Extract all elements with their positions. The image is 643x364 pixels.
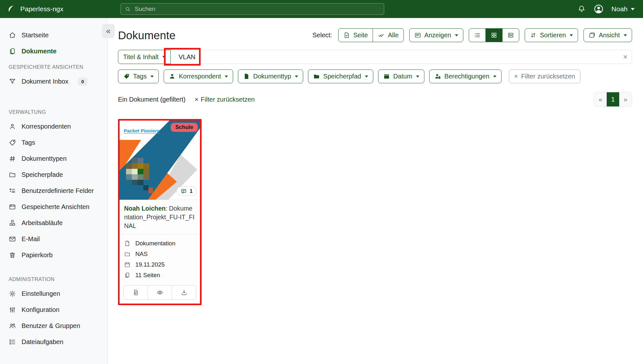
sidebar-item-label: Korrespondenten [22, 123, 71, 130]
clear-query-icon[interactable]: × [623, 53, 628, 61]
correspondent-filter-button[interactable]: Korrespondent [164, 69, 233, 83]
gear-icon [9, 290, 16, 297]
document-card[interactable]: Packet Pioniere Schule 1 Noah Loichen: D… [120, 121, 200, 300]
folder-icon [9, 171, 16, 178]
reset-filters-button[interactable]: × Filter zurücksetzen [509, 69, 580, 83]
download-document-button[interactable] [172, 286, 196, 299]
meta-page-count[interactable]: 11 Seiten [124, 270, 195, 281]
sidebar-item-arbeitsablaeufe[interactable]: Arbeitsabläufe [0, 215, 107, 231]
funnel-icon [9, 78, 16, 85]
sidebar-item-gespeicherte-ansichten[interactable]: Gespeicherte Ansichten [0, 199, 107, 215]
list-view-button[interactable] [469, 28, 486, 42]
select-button-group: Seite Alle [338, 28, 404, 42]
page-count-icon [124, 272, 131, 278]
person-icon [9, 123, 16, 130]
sidebar-item-korrespondenten[interactable]: Korrespondenten [0, 118, 107, 134]
app-title: Paperless-ngx [20, 5, 63, 13]
sidebar-item-label: Konfiguration [22, 306, 59, 314]
document-correspondent[interactable]: Noah Loichen [124, 205, 166, 212]
sidebar-item-papierkorb[interactable]: Papierkorb [0, 247, 107, 263]
meta-created-date[interactable]: 19.11.2025 [124, 259, 195, 270]
document-type-filter-button[interactable]: Dokumenttyp [238, 69, 303, 83]
comment-count-pill[interactable]: 1 [177, 187, 197, 196]
document-thumbnail[interactable]: Packet Pioniere Schule 1 [120, 121, 200, 200]
document-card-actions [123, 285, 196, 300]
user-menu[interactable]: Noah [611, 5, 635, 13]
sidebar-item-dokument-inbox[interactable]: Dokument Inbox 0 [0, 73, 107, 89]
check-all-icon [378, 32, 385, 39]
pagination-prev-button[interactable]: « [594, 92, 607, 106]
grid-view-button[interactable] [485, 28, 503, 42]
sidebar-item-label: Benutzerdefinierte Felder [22, 187, 94, 195]
sidebar-item-speicherpfade[interactable]: Speicherpfade [0, 167, 107, 183]
people-icon [9, 322, 16, 330]
sort-button[interactable]: Sortieren [525, 28, 578, 42]
select-all-button[interactable]: Alle [373, 28, 403, 42]
permissions-filter-button[interactable]: Berechtigungen [429, 69, 502, 83]
view-toggle-group [469, 28, 519, 42]
sidebar-item-label: Papierkorb [22, 251, 53, 259]
sidebar-item-email[interactable]: E-Mail [0, 231, 107, 247]
display-fields-button[interactable]: Anzeigen [409, 28, 463, 42]
reset-filters-link[interactable]: × Filter zurücksetzen [195, 96, 255, 103]
title-content-query-input[interactable] [171, 50, 632, 64]
saved-views-icon [9, 203, 16, 211]
tag-icon [9, 139, 16, 146]
sidebar-section-verwaltung: VERWALTUNG [0, 109, 107, 115]
edit-document-button[interactable] [124, 286, 148, 299]
username: Noah [611, 5, 628, 13]
tag-badge-schule[interactable]: Schule [171, 123, 198, 132]
chevron-down-icon [570, 34, 573, 36]
preview-document-button[interactable] [148, 286, 172, 299]
sidebar-item-tags[interactable]: Tags [0, 134, 107, 150]
chevron-double-left-icon: « [106, 26, 111, 36]
card-text-icon [414, 32, 421, 39]
notifications-bell-icon[interactable] [577, 5, 586, 13]
sidebar-item-label: Startseite [22, 32, 49, 39]
meta-storage-path[interactable]: NAS [124, 249, 195, 259]
result-count: Ein Dokument (gefiltert) [118, 96, 186, 103]
view-settings-button[interactable]: Ansicht [584, 28, 632, 42]
trash-icon [9, 251, 16, 259]
tags-filter-button[interactable]: Tags [118, 69, 159, 83]
sidebar-item-label: Dokumente [22, 48, 57, 55]
filter-buttons-row: Tags Korrespondent Dokumenttyp [118, 69, 632, 83]
detail-view-icon [507, 32, 514, 39]
sidebar-item-label: Speicherpfade [22, 171, 63, 178]
chevron-down-icon [416, 76, 419, 77]
page-title: Dokumente [118, 29, 176, 42]
chevron-down-icon [624, 34, 627, 36]
sidebar-collapse-button[interactable]: « [102, 24, 115, 38]
download-icon [181, 289, 187, 296]
sidebar-item-dateiaufgaben[interactable]: Dateiaufgaben [0, 334, 107, 350]
chevron-down-icon [295, 76, 298, 77]
comment-icon [181, 188, 187, 194]
sidebar-item-label: Dateiaufgaben [22, 338, 63, 346]
app-brand[interactable]: Paperless-ngx [0, 4, 108, 14]
sidebar-item-label: Einstellungen [22, 290, 60, 297]
select-label: Select: [312, 32, 332, 39]
meta-document-type[interactable]: Dokumentation [124, 238, 195, 249]
date-filter-button[interactable]: Datum [378, 69, 424, 83]
pagination-current-page[interactable]: 1 [607, 92, 619, 106]
sidebar-item-benutzerdefinierte-felder[interactable]: Benutzerdefinierte Felder [0, 183, 107, 199]
sidebar-item-dokumente[interactable]: Dokumente [0, 43, 107, 59]
search-field-dropdown[interactable]: Titel & Inhalt [118, 50, 171, 64]
sidebar-item-benutzer-gruppen[interactable]: Benutzer & Gruppen [0, 318, 107, 334]
x-icon: × [514, 73, 518, 80]
sidebar-item-startseite[interactable]: Startseite [0, 27, 107, 43]
sidebar-item-dokumenttypen[interactable]: Dokumenttypen [0, 150, 107, 167]
search-input[interactable] [134, 5, 380, 13]
global-search[interactable] [121, 3, 384, 15]
select-page-button[interactable]: Seite [338, 28, 373, 42]
document-card-title[interactable]: Noah Loichen: Dokumentation_Projekt_FU-I… [120, 200, 200, 234]
pagination-next-button[interactable]: » [619, 92, 632, 106]
detail-view-button[interactable] [502, 28, 519, 42]
storage-path-filter-button[interactable]: Speicherpfad [308, 69, 373, 83]
person-fill-icon [169, 73, 176, 80]
user-avatar-icon[interactable] [593, 4, 604, 14]
chevron-down-icon [455, 34, 458, 36]
sidebar-item-label: Tags [22, 139, 35, 146]
sidebar-item-einstellungen[interactable]: Einstellungen [0, 286, 107, 302]
sidebar-item-konfiguration[interactable]: Konfiguration [0, 302, 107, 318]
